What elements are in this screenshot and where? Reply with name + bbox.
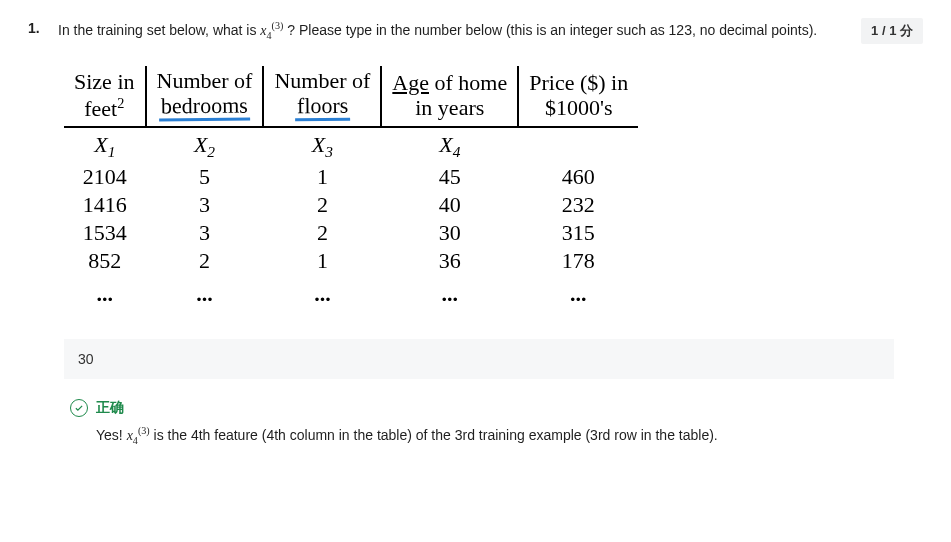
feedback-label: 正确 xyxy=(96,399,124,417)
feat-x3: X3 xyxy=(263,127,381,163)
col-price: Price ($) in $1000's xyxy=(518,66,638,127)
feedback-header: 正确 xyxy=(70,399,888,417)
cell: 2 xyxy=(263,219,381,247)
cell: 5 xyxy=(146,163,264,191)
cell: 3 xyxy=(146,219,264,247)
feedback-post: is the 4th feature (4th column in the ta… xyxy=(154,427,718,443)
col-age: Age of home in years xyxy=(381,66,518,127)
training-table: Size in feet2 Number of bedrooms Number … xyxy=(64,66,923,317)
table-row: 1534 3 2 30 315 xyxy=(64,219,638,247)
table-row: 852 2 1 36 178 xyxy=(64,247,638,275)
feedback-text: Yes! x4(3) is the 4th feature (4th colum… xyxy=(96,423,888,448)
col-bed-l1: Number of xyxy=(157,68,253,93)
col-age-l2: in years xyxy=(415,95,484,120)
cell: 852 xyxy=(64,247,146,275)
col-price-l1: Price ($) in xyxy=(529,70,628,95)
feat-x4: X4 xyxy=(381,127,518,163)
dots: ... xyxy=(518,275,638,317)
header-row: Size in feet2 Number of bedrooms Number … xyxy=(64,66,638,127)
feedback-pre: Yes! xyxy=(96,427,127,443)
question-math: x4(3) xyxy=(260,23,283,38)
cell: 315 xyxy=(518,219,638,247)
cell: 1534 xyxy=(64,219,146,247)
feat-x1: X1 xyxy=(64,127,146,163)
dots: ... xyxy=(146,275,264,317)
question-number: 1. xyxy=(28,18,46,36)
feedback-block: 正确 Yes! x4(3) is the 4th feature (4th co… xyxy=(64,393,894,454)
cell: 40 xyxy=(381,191,518,219)
table-row: 1416 3 2 40 232 xyxy=(64,191,638,219)
dots: ... xyxy=(381,275,518,317)
col-floor-l1: Number of xyxy=(274,68,370,93)
cell: 460 xyxy=(518,163,638,191)
cell: 2 xyxy=(146,247,264,275)
cell: 1416 xyxy=(64,191,146,219)
cell: 30 xyxy=(381,219,518,247)
cell: 2104 xyxy=(64,163,146,191)
cell: 2 xyxy=(263,191,381,219)
col-age-l1: Age of home xyxy=(392,70,507,95)
cell: 1 xyxy=(263,163,381,191)
cell: 1 xyxy=(263,247,381,275)
question-row: 1. In the training set below, what is x4… xyxy=(28,18,923,44)
dots: ... xyxy=(263,275,381,317)
data-table: Size in feet2 Number of bedrooms Number … xyxy=(64,66,638,317)
col-floors: Number of floors xyxy=(263,66,381,127)
col-price-l2: $1000's xyxy=(545,95,613,120)
dots-row: ... ... ... ... ... xyxy=(64,275,638,317)
cell: 45 xyxy=(381,163,518,191)
score-badge: 1 / 1 分 xyxy=(861,18,923,44)
feat-x2: X2 xyxy=(146,127,264,163)
feat-x5 xyxy=(518,127,638,163)
dots: ... xyxy=(64,275,146,317)
question-text: In the training set below, what is x4(3)… xyxy=(58,18,837,44)
col-bed-l2: bedrooms xyxy=(159,93,250,122)
col-floor-l2: floors xyxy=(295,93,351,122)
cell: 178 xyxy=(518,247,638,275)
col-size-l1: Size in xyxy=(74,69,135,94)
col-size-l2: feet2 xyxy=(84,96,124,121)
answer-input[interactable]: 30 xyxy=(64,339,894,379)
table-row: 2104 5 1 45 460 xyxy=(64,163,638,191)
col-size: Size in feet2 xyxy=(64,66,146,127)
cell: 36 xyxy=(381,247,518,275)
check-circle-icon xyxy=(70,399,88,417)
question-text-pre: In the training set below, what is xyxy=(58,22,260,38)
feature-row: X1 X2 X3 X4 xyxy=(64,127,638,163)
cell: 232 xyxy=(518,191,638,219)
feedback-math: x4(3) xyxy=(127,428,150,443)
col-bedrooms: Number of bedrooms xyxy=(146,66,264,127)
cell: 3 xyxy=(146,191,264,219)
question-text-post: ? Please type in the number below (this … xyxy=(287,22,817,38)
